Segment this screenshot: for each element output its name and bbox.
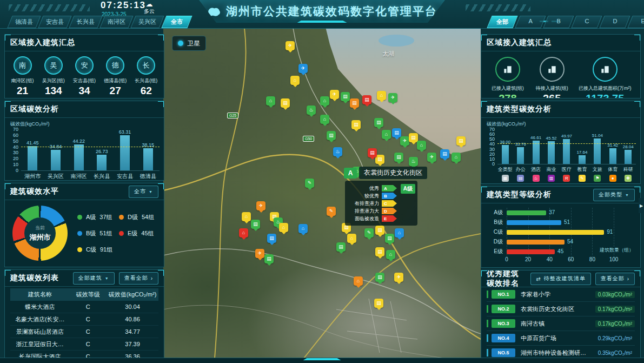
map-marker-building[interactable]: ▤ <box>267 234 276 243</box>
grade-tab-全部[interactable]: 全部 <box>487 16 517 28</box>
map-marker-plane[interactable]: ✈ <box>388 93 397 102</box>
map-marker-building[interactable]: ▤ <box>351 120 361 129</box>
map-marker-home[interactable]: ⌂ <box>242 212 251 221</box>
map-marker-plane[interactable]: ✈ <box>298 64 308 73</box>
map-marker-school[interactable]: ✎ <box>305 179 314 188</box>
bar-全类型[interactable]: 38.00 <box>497 129 513 164</box>
map-marker-plane[interactable]: ✈ <box>400 136 409 146</box>
map-marker-home[interactable]: ⌂ <box>377 91 386 100</box>
bar-体育[interactable]: 31.42 <box>605 129 620 164</box>
table-row[interactable]: 浙江皇冠假日大…C37.39 <box>10 338 158 351</box>
ranking-row[interactable]: NO.4中原百货广场0.29kgCO₂/m² <box>487 331 635 346</box>
region-tab-南浔区[interactable]: 南浔区 <box>99 16 133 28</box>
map-marker-plane[interactable]: ✈ <box>255 249 264 258</box>
map-marker-building[interactable]: ▤ <box>375 273 384 282</box>
map-marker-home[interactable]: ⌂ <box>290 76 300 85</box>
map-marker-plane[interactable]: ✈ <box>394 273 403 282</box>
bar-吴兴区[interactable]: 34.84 <box>44 129 68 170</box>
rework-list-button[interactable]: ⇄ 待整改建筑清单 <box>530 273 590 285</box>
grade-tab-B[interactable]: B <box>543 16 574 28</box>
bar-南浔区[interactable]: 44.22 <box>67 129 90 170</box>
map-marker-building[interactable]: ▤ <box>350 98 359 108</box>
grade-tab-A[interactable]: A <box>515 16 546 28</box>
bar-文旅[interactable]: 51.04 <box>590 129 605 164</box>
map-marker-building[interactable]: ▤ <box>392 128 401 137</box>
table-row[interactable]: 蝶米大酒店C30.04 <box>10 301 158 313</box>
grade-tab-D[interactable]: D <box>599 16 630 28</box>
map-marker-plane[interactable]: ✈ <box>330 90 339 99</box>
bar-办公[interactable]: 33.76 <box>513 129 528 164</box>
satellite-map[interactable]: G25G50 太湖 ✈✈⌂⌂▤♨⌂✈▤▤▤⌂✈⌂▤♨▤▤⌂▤✈▤⌂▤♨▤▤✈▤⌂… <box>163 28 481 358</box>
bar-湖州市[interactable]: 41.45 <box>21 129 44 170</box>
bar-德清县[interactable]: 38.15 <box>136 129 160 170</box>
map-marker-building[interactable]: ▤ <box>394 153 403 162</box>
map-marker-building[interactable]: ▤ <box>374 299 383 308</box>
view-all-button[interactable]: 查看全部 › <box>595 273 635 285</box>
region-tab-全市[interactable]: 全市 <box>161 16 192 28</box>
grade-bar-C级[interactable]: C级91 <box>487 227 635 237</box>
map-marker-plane[interactable]: ✈ <box>256 201 265 210</box>
region-tab-安吉县[interactable]: 安吉县 <box>38 16 71 28</box>
bar-科研[interactable]: 28.04 <box>621 129 636 164</box>
map-marker-home[interactable]: ⌂ <box>266 96 275 105</box>
map-marker-plane[interactable]: ✈ <box>286 41 295 50</box>
map-marker-home[interactable]: ⌂ <box>347 234 356 243</box>
ranking-row[interactable]: NO.3南浔古镇0.17kgCO₂/m² <box>487 316 635 331</box>
grade-bar-E级[interactable]: E级45 <box>487 247 635 256</box>
region-tab-德清县[interactable]: 德清县 <box>7 16 41 28</box>
map-marker-building[interactable]: ▤ <box>374 118 383 127</box>
map-marker-school[interactable]: ✎ <box>364 228 374 237</box>
building-filter-dropdown[interactable]: 全部建筑 ▼ <box>73 272 115 285</box>
region-tab-吴兴区[interactable]: 吴兴区 <box>130 16 164 28</box>
bar-酒店[interactable]: 46.61 <box>528 129 543 164</box>
satellite-toggle[interactable]: 卫星 <box>172 36 206 51</box>
bar-安吉县[interactable]: 63.31 <box>114 129 137 170</box>
map-marker-home[interactable]: ⌂ <box>279 223 288 232</box>
grade-bar-B级[interactable]: B级51 <box>487 217 635 227</box>
ranking-row[interactable]: NO.2衣裳街历史文化街区0.17kgCO₂/m² <box>487 302 635 316</box>
map-marker-home[interactable]: ⌂ <box>298 224 308 233</box>
map-marker-home[interactable]: ⌂ <box>417 141 426 150</box>
bar-商业[interactable]: 45.52 <box>543 129 559 164</box>
map-marker-building[interactable]: ▤ <box>362 95 371 104</box>
ranking-row[interactable]: NO.1李家巷小学0.03kgCO₂/m² <box>487 287 635 302</box>
map-marker-home[interactable]: ⌂ <box>239 228 248 237</box>
map-marker-building[interactable]: ▤ <box>409 133 418 142</box>
bar-医疗[interactable]: 49.97 <box>559 129 574 164</box>
table-row[interactable]: 景澜富砳山居酒店C34.77 <box>10 326 158 338</box>
bar-教育[interactable]: 17.64 <box>574 129 589 164</box>
map-marker-home[interactable]: ⌂ <box>395 228 404 237</box>
table-row[interactable]: 名豪大酒店(长安…C40.86 <box>10 313 158 326</box>
grade-tab-E[interactable]: E <box>627 16 644 28</box>
map-marker-building[interactable]: ▤ <box>341 92 350 101</box>
map-marker-plane[interactable]: ✈ <box>427 153 436 162</box>
map-marker-home[interactable]: ⌂ <box>320 115 329 124</box>
map-marker-building[interactable]: ▤ <box>375 247 384 256</box>
grade-bar-A级[interactable]: A级37 <box>487 208 635 217</box>
map-tooltip[interactable]: A 衣裳街历史文化街区 <box>344 167 427 179</box>
map-marker-building[interactable]: ▤ <box>251 220 260 229</box>
map-marker-building[interactable]: ▤ <box>385 234 394 243</box>
map-marker-building[interactable]: ▤ <box>281 98 290 108</box>
map-marker-school[interactable]: ✎ <box>327 207 336 216</box>
region-tab-长兴县[interactable]: 长兴县 <box>69 16 102 28</box>
map-marker-home[interactable]: ⌂ <box>452 153 461 162</box>
city-dropdown[interactable]: 全市 ▼ <box>129 186 158 198</box>
map-marker-hotel[interactable]: ♨ <box>333 147 342 156</box>
map-marker-home[interactable]: ⌂ <box>382 130 391 139</box>
grade-tab-C[interactable]: C <box>571 16 602 28</box>
map-marker-building[interactable]: ▤ <box>327 131 336 140</box>
map-marker-building[interactable]: ▤ <box>336 242 346 252</box>
panel-scroll-arrow[interactable]: ▶ <box>639 198 644 213</box>
map-marker-home[interactable]: ⌂ <box>354 276 363 286</box>
map-marker-building[interactable]: ▤ <box>456 136 466 146</box>
map-marker-hotel[interactable]: ♨ <box>307 105 316 115</box>
map-marker-home[interactable]: ⌂ <box>386 250 395 259</box>
map-marker-building[interactable]: ▤ <box>440 149 449 159</box>
map-marker-building[interactable]: ▤ <box>368 148 377 157</box>
map-marker-hotel[interactable]: ♨ <box>409 157 418 166</box>
map-marker-building[interactable]: ▤ <box>375 226 384 235</box>
bar-长兴县[interactable]: 26.73 <box>90 129 114 170</box>
view-all-button[interactable]: 查看全部 › <box>119 272 158 285</box>
type-filter-dropdown[interactable]: 全部类型 ▼ <box>593 189 635 201</box>
